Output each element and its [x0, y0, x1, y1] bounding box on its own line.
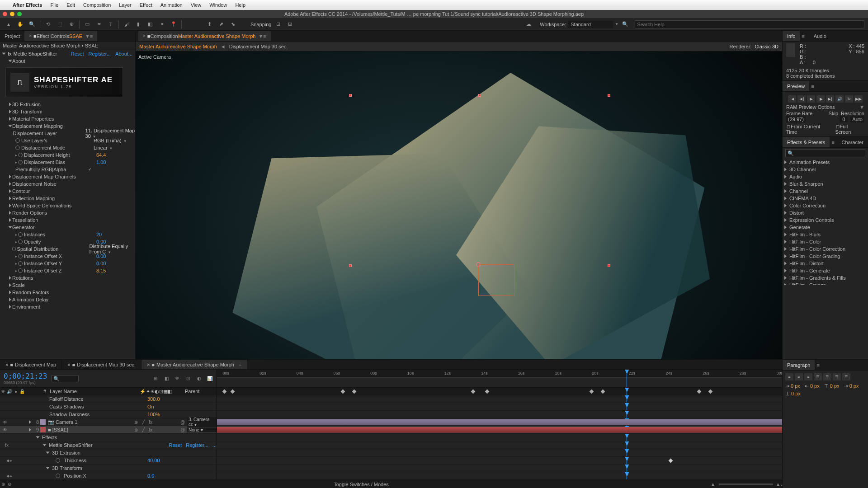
prop-group[interactable]: Scale	[12, 282, 85, 288]
effects-group[interactable]: Effects	[41, 435, 217, 440]
align-right-icon[interactable]: ≡	[804, 373, 812, 380]
register-button[interactable]: Register...	[89, 51, 111, 56]
prop-group[interactable]: World Space Deformations	[12, 203, 85, 208]
macos-menubar[interactable]: After Effects File Edit Composition Laye…	[0, 0, 868, 10]
effects-category[interactable]: Audio	[783, 173, 868, 180]
effects-category[interactable]: HitFilm - Distort	[783, 260, 868, 267]
search-help-input[interactable]	[635, 20, 864, 28]
pan-behind-tool-icon[interactable]: ⊕	[66, 20, 76, 29]
layer-bar[interactable]	[217, 419, 782, 425]
effects-category[interactable]: HitFilm - Generate	[783, 267, 868, 274]
twirl-icon[interactable]	[9, 117, 11, 121]
minimize-icon[interactable]	[10, 12, 14, 16]
effects-category[interactable]: CINEMA 4D	[783, 195, 868, 202]
sync-icon[interactable]: ☁	[524, 20, 533, 29]
twirl-icon[interactable]	[29, 428, 31, 432]
close-icon[interactable]	[3, 12, 7, 16]
ram-preview-options-dropdown[interactable]: RAM Preview Options	[786, 104, 835, 110]
layer-prop[interactable]: Falloff Distance	[48, 396, 146, 402]
workspace-dropdown[interactable]: Standard	[568, 21, 613, 28]
renderer-dropdown[interactable]: Classic 3D	[755, 44, 778, 49]
twirl-icon[interactable]	[9, 276, 11, 280]
prop-value[interactable]: 100%	[147, 412, 184, 417]
stopwatch-icon[interactable]	[18, 232, 23, 237]
twirl-icon[interactable]	[784, 247, 787, 251]
prop-group[interactable]: 3D Transform	[12, 109, 85, 114]
breadcrumb-next[interactable]: Displacement Map 30 sec.	[229, 44, 288, 49]
layer-name[interactable]: ■ [SSAE]	[47, 427, 132, 432]
prop-value[interactable]: 0.0	[147, 473, 184, 479]
tab-preview[interactable]: Preview	[783, 81, 809, 91]
effects-category[interactable]: Blur & Sharpen	[783, 180, 868, 188]
about-twirl-icon[interactable]	[9, 60, 12, 62]
justify-left-icon[interactable]: ≣	[814, 373, 822, 380]
twirl-icon[interactable]	[9, 204, 11, 207]
twirl-icon[interactable]	[784, 160, 787, 164]
stopwatch-icon[interactable]	[18, 254, 23, 258]
prop-checkbox[interactable]: ✓	[88, 167, 92, 172]
tab-character[interactable]: Character	[837, 137, 868, 147]
snapping-label[interactable]: Snapping	[250, 22, 272, 27]
zoom-tool-icon[interactable]: 🔍	[27, 20, 37, 29]
align-left-icon[interactable]: ≡	[785, 373, 793, 380]
comp-mini-flowchart-icon[interactable]: ⊞	[152, 376, 159, 381]
stopwatch-icon[interactable]	[15, 138, 20, 143]
prop-group[interactable]: Generator	[12, 225, 85, 230]
brush-tool-icon[interactable]: 🖌	[122, 20, 132, 29]
layer-name[interactable]: 📷 Camera 1	[47, 419, 132, 425]
prop-group[interactable]: 3D Extrusion	[51, 450, 217, 455]
puppet-tool-icon[interactable]: 📍	[169, 20, 179, 29]
close-icon[interactable]: ×	[143, 33, 146, 38]
prop-value[interactable]: 0.00	[96, 261, 106, 266]
prop-group[interactable]: Animation Delay	[12, 297, 85, 302]
text-tool-icon[interactable]: T	[106, 20, 116, 29]
twirl-icon[interactable]	[46, 467, 50, 469]
first-frame-icon[interactable]: |◄	[788, 95, 796, 103]
menu-effect[interactable]: Effect	[140, 2, 152, 8]
first-line[interactable]: 0 px	[849, 383, 859, 389]
flowchart-breadcrumb[interactable]: Master Audioreactive Shape Morph ◄ Displ…	[136, 42, 782, 52]
next-frame-icon[interactable]: |▶	[816, 95, 825, 103]
collapse-icon[interactable]: ⊕	[133, 427, 139, 432]
motion-blur-icon[interactable]: ◐	[196, 376, 202, 381]
twirl-icon[interactable]	[784, 240, 787, 244]
effects-presets-list[interactable]: Animation Presets3D ChannelAudioBlur & S…	[783, 159, 868, 285]
tab-master-comp[interactable]: ×■ Master Audioreactive Shape Morph ≡	[142, 360, 247, 369]
prop-value[interactable]: On	[147, 404, 184, 409]
prev-frame-icon[interactable]: ◄|	[797, 95, 806, 103]
menu-composition[interactable]: Composition	[83, 2, 111, 8]
twirl-icon[interactable]	[9, 182, 11, 186]
twirl-icon[interactable]	[784, 262, 787, 265]
video-toggle-icon[interactable]: 👁	[2, 427, 8, 432]
expand-icon[interactable]: ⊕	[0, 482, 6, 487]
last-frame-icon[interactable]: ▶|	[826, 95, 834, 103]
prop-group[interactable]: Material Properties	[12, 116, 85, 122]
twirl-icon[interactable]	[9, 218, 11, 222]
breadcrumb-current[interactable]: Master Audioreactive Shape Morph	[139, 44, 217, 49]
stopwatch-icon[interactable]	[18, 160, 23, 164]
stopwatch-icon[interactable]	[56, 474, 60, 478]
effects-category[interactable]: 3D Channel	[783, 166, 868, 173]
prop-group[interactable]: Tessellation	[12, 217, 85, 223]
skip-dropdown[interactable]: 0	[840, 116, 848, 122]
tab-effects-presets[interactable]: Effects & Presets	[783, 137, 830, 147]
pen-tool-icon[interactable]: ✒	[94, 20, 104, 29]
zoom-slider[interactable]	[719, 483, 773, 485]
eraser-tool-icon[interactable]: ◧	[145, 20, 155, 29]
effects-search-input[interactable]	[785, 149, 865, 157]
twirl-icon[interactable]	[784, 182, 787, 186]
parent-pickwhip-icon[interactable]: @	[179, 427, 186, 432]
tab-displacement-map[interactable]: ×■ Displacement Map	[0, 360, 62, 369]
space-before[interactable]: 0 px	[830, 383, 840, 389]
tab-audio[interactable]: Audio	[809, 31, 831, 41]
twirl-icon[interactable]	[9, 189, 11, 193]
prop-value[interactable]: 40.00	[147, 458, 184, 463]
twirl-icon[interactable]	[46, 452, 50, 454]
about-button[interactable]: About...	[115, 51, 132, 56]
menu-animation[interactable]: Animation	[160, 2, 183, 8]
prop-dropdown[interactable]: RGB (Luma)▼	[94, 138, 127, 143]
layer-prop[interactable]: Casts Shadows	[48, 404, 146, 409]
justify-all-icon[interactable]: ≣	[842, 373, 850, 380]
effects-category[interactable]: Channel	[783, 188, 868, 195]
twirl-icon[interactable]	[784, 189, 787, 193]
